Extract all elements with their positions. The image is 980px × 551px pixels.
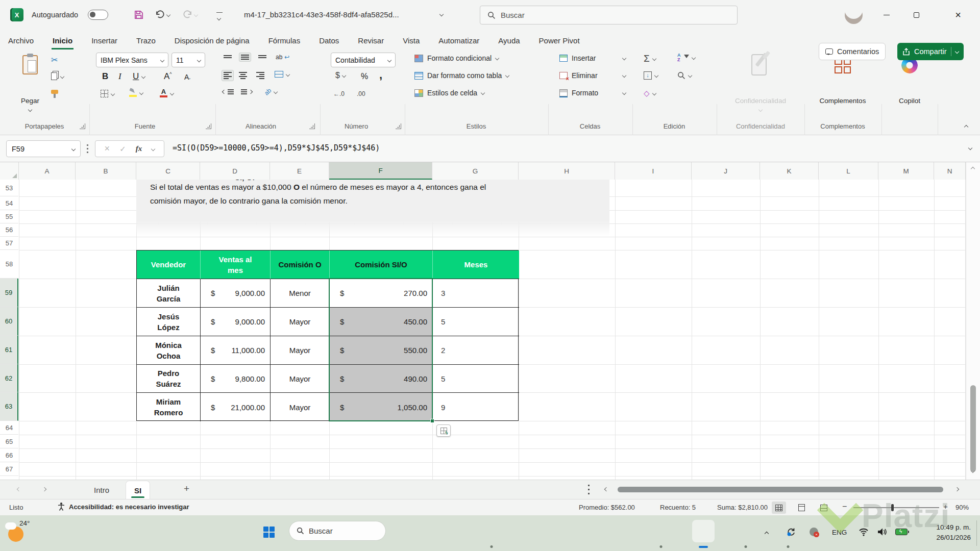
clipboard-dialog-launcher-icon[interactable]: [80, 123, 85, 129]
avatar[interactable]: [845, 6, 863, 24]
font-color-button[interactable]: A: [160, 89, 174, 97]
copilot-button[interactable]: Copilot: [887, 53, 933, 114]
sensitivity-button[interactable]: Confidencialidad: [735, 53, 786, 114]
number-dialog-launcher-icon[interactable]: [396, 123, 401, 129]
sort-filter-button[interactable]: AZ: [677, 53, 695, 62]
column-header-k[interactable]: K: [760, 162, 819, 180]
select-all-corner[interactable]: [0, 162, 19, 180]
tab-inicio[interactable]: Inicio: [52, 32, 74, 49]
column-header-c[interactable]: C: [136, 162, 200, 180]
tab-power-pivot[interactable]: Power Pivot: [538, 32, 581, 49]
name-box-drag-dots[interactable]: [87, 144, 88, 154]
fill-button[interactable]: ↓: [644, 71, 658, 80]
scroll-up-icon[interactable]: [971, 167, 975, 171]
row-header-63[interactable]: 63: [0, 392, 18, 421]
tab-revisar[interactable]: Revisar: [357, 32, 385, 49]
vertical-scroll-thumb[interactable]: [970, 385, 976, 472]
orientation-button[interactable]: ab: [264, 88, 277, 95]
cell-d60[interactable]: $9,000.00: [201, 308, 271, 336]
align-left-button[interactable]: [222, 70, 234, 81]
format-cells-button[interactable]: Formato: [559, 89, 626, 97]
save-icon[interactable]: [134, 10, 144, 22]
row-header-53[interactable]: 53: [0, 180, 18, 196]
hscroll-right-icon[interactable]: [955, 487, 959, 491]
expand-formula-bar-icon[interactable]: [968, 146, 972, 150]
tab-ayuda[interactable]: Ayuda: [497, 32, 521, 49]
row-header-64[interactable]: 64: [0, 421, 18, 435]
row-header-58[interactable]: 58: [0, 250, 18, 279]
column-header-j[interactable]: J: [692, 162, 760, 180]
tab-automatizar[interactable]: Automatizar: [437, 32, 480, 49]
column-header-e[interactable]: E: [270, 162, 329, 180]
cell-d59[interactable]: $9,000.00: [201, 279, 271, 308]
column-header-l[interactable]: L: [819, 162, 878, 180]
cell-c61[interactable]: Mónica Ochoa: [137, 336, 201, 365]
sheet-tab-si[interactable]: SI: [126, 481, 150, 499]
cell-e63[interactable]: Mayor: [271, 393, 330, 421]
status-sum[interactable]: Suma: $2,810.00: [717, 504, 768, 511]
comments-button[interactable]: Comentarios: [819, 43, 886, 60]
cell-g59[interactable]: 3: [433, 279, 519, 308]
underline-button[interactable]: U: [133, 71, 145, 82]
tab-insertar[interactable]: Insertar: [90, 32, 118, 49]
weather-widget[interactable]: 24°: [4, 518, 60, 548]
clock[interactable]: 10:49 p. m. 26/01/2026: [918, 522, 971, 543]
row-header-59[interactable]: 59: [0, 279, 18, 307]
fill-color-button[interactable]: [129, 89, 143, 97]
status-average[interactable]: Promedio: $562.00: [579, 504, 635, 511]
merge-center-button[interactable]: [275, 71, 289, 78]
borders-button[interactable]: [101, 90, 114, 97]
conditional-formatting-button[interactable]: Formato condicional: [414, 54, 499, 62]
wifi-icon[interactable]: [859, 528, 869, 538]
volume-icon[interactable]: [877, 528, 887, 538]
align-middle-button[interactable]: [239, 53, 251, 62]
column-header-i[interactable]: I: [615, 162, 692, 180]
align-top-button[interactable]: [224, 55, 232, 58]
quick-analysis-button[interactable]: ϟ: [436, 424, 451, 437]
align-bottom-button[interactable]: [258, 55, 266, 58]
font-name-select[interactable]: IBM Plex Sans: [96, 53, 168, 67]
undo-button[interactable]: [155, 10, 170, 19]
document-title-chevron-icon[interactable]: [439, 12, 444, 16]
column-header-m[interactable]: M: [878, 162, 934, 180]
battery-icon[interactable]: ϟ: [895, 529, 908, 535]
cell-d63[interactable]: $21,000.00: [201, 393, 271, 421]
accounting-format-button[interactable]: $: [335, 71, 346, 80]
cell-g61[interactable]: 2: [433, 336, 519, 365]
zoom-in-button[interactable]: +: [943, 502, 948, 511]
format-as-table-button[interactable]: Dar formato como tabla: [414, 71, 509, 80]
zoom-slider-thumb[interactable]: [891, 504, 894, 511]
cancel-entry-icon[interactable]: ×: [105, 143, 110, 154]
share-button[interactable]: Compartir: [897, 43, 964, 60]
accessibility-status[interactable]: Accesibilidad: es necesario investigar: [57, 502, 189, 511]
font-size-select[interactable]: 11: [172, 53, 205, 67]
autosave-toggle[interactable]: [88, 10, 108, 20]
tab-vista[interactable]: Vista: [402, 32, 421, 49]
column-header-f[interactable]: F: [329, 162, 432, 180]
formula-input[interactable]: =SI(O(D59>=10000,G59>=4),D59*$J$45,D59*$…: [173, 143, 380, 153]
quick-access-customize-icon[interactable]: [216, 12, 223, 22]
zoom-level[interactable]: 90%: [955, 504, 969, 511]
row-header-60[interactable]: 60: [0, 307, 18, 336]
decrease-decimal-button[interactable]: .00: [357, 90, 365, 97]
start-icon[interactable]: [263, 527, 275, 538]
language-indicator[interactable]: ENG: [832, 529, 847, 536]
page-break-view-button[interactable]: [817, 502, 831, 514]
row-header-65[interactable]: 65: [0, 435, 18, 448]
show-desktop-edge[interactable]: [976, 520, 977, 546]
column-header-b[interactable]: B: [76, 162, 136, 180]
decrease-indent-button[interactable]: [223, 89, 234, 94]
cell-g62[interactable]: 5: [433, 365, 519, 393]
status-count[interactable]: Recuento: 5: [660, 504, 696, 511]
confirm-entry-icon[interactable]: ✓: [119, 144, 126, 154]
number-format-select[interactable]: Contabilidad: [331, 53, 396, 67]
italic-button[interactable]: I: [118, 71, 121, 82]
alignment-dialog-launcher-icon[interactable]: [309, 123, 315, 129]
row-header-67[interactable]: 67: [0, 462, 18, 476]
cell-c59[interactable]: Julián García: [137, 279, 201, 308]
sheet-body[interactable]: SI, O: Si el total de ventas es mayor a …: [0, 180, 966, 480]
normal-view-button[interactable]: [772, 502, 786, 514]
tab-datos[interactable]: Datos: [318, 32, 340, 49]
zoom-out-button[interactable]: −: [842, 502, 847, 511]
align-center-button[interactable]: [239, 72, 247, 79]
